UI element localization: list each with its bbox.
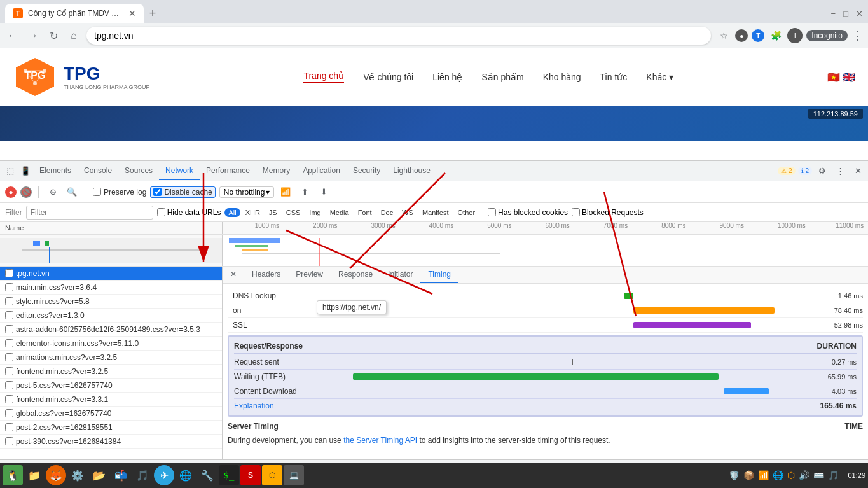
extensions-icon[interactable]: 🧩 (768, 28, 783, 43)
vn-flag[interactable]: 🇻🇳 (827, 71, 840, 83)
has-blocked-cookies-checkbox[interactable] (488, 208, 496, 216)
nav-san-pham[interactable]: Sản phẩm (481, 72, 523, 82)
filter-other[interactable]: Other (454, 208, 479, 217)
tab-preview[interactable]: Preview (288, 267, 331, 283)
hide-data-urls-checkbox[interactable] (157, 208, 165, 216)
tab-close-button[interactable]: ✕ (128, 8, 136, 18)
extension-icon2[interactable]: T (752, 29, 764, 42)
request-row-frontend2[interactable]: frontend.min.css?ver=3.3.1 (0, 393, 222, 407)
close-icon[interactable]: ✕ (856, 9, 863, 18)
network-conditions-icon[interactable]: 📶 (278, 185, 293, 200)
home-button[interactable]: ⌂ (66, 28, 81, 43)
nav-kho-hang[interactable]: Kho hàng (543, 72, 581, 82)
maximize-icon[interactable]: □ (843, 9, 848, 18)
request-row-editor[interactable]: editor.css?ver=1.3.0 (0, 309, 222, 323)
request-row-main-css[interactable]: main.min.css?ver=3.6.4 (0, 281, 222, 295)
request-checkbox-animations[interactable] (5, 353, 13, 361)
taskbar-network-icon[interactable]: 🌐 (773, 470, 783, 480)
settings-icon[interactable]: ⚙ (815, 164, 830, 179)
devtools-menu-icon[interactable]: ⋮ (832, 164, 848, 179)
taskbar-dropbox-icon[interactable]: 📦 (743, 470, 754, 480)
blocked-requests-label[interactable]: Blocked Requests (572, 208, 644, 217)
device-toolbar-icon[interactable]: 📱 (18, 164, 33, 179)
filter-manifest[interactable]: Manifest (418, 208, 453, 217)
request-row-post5[interactable]: post-5.css?ver=1626757740 (0, 379, 222, 393)
taskbar-note-icon[interactable]: 🎵 (828, 470, 839, 480)
tab-response[interactable]: Response (331, 267, 380, 283)
taskbar-app1-icon[interactable]: S (240, 465, 261, 485)
taskbar-folder-icon[interactable]: 📂 (89, 465, 109, 485)
request-checkbox-post2[interactable] (5, 423, 13, 431)
filter-js[interactable]: JS (265, 208, 281, 217)
browser-tab[interactable]: T Công ty Cổ phần TMDV Thăng L... ✕ (5, 4, 144, 23)
taskbar-chrome-icon[interactable]: 🌐 (176, 465, 196, 485)
search-icon[interactable]: 🔍 (64, 185, 79, 200)
tab-network[interactable]: Network (159, 162, 200, 180)
request-checkbox-main[interactable] (5, 283, 13, 291)
tab-security[interactable]: Security (347, 162, 387, 180)
preserve-log-checkbox[interactable] (93, 188, 101, 196)
request-checkbox-editor[interactable] (5, 311, 13, 319)
disable-cache-checkbox[interactable] (153, 188, 162, 196)
back-button[interactable]: ← (5, 28, 20, 43)
new-tab-button[interactable]: + (144, 4, 162, 22)
taskbar-telegram-icon[interactable]: ✈ (154, 465, 174, 485)
request-row-style[interactable]: style.min.css?ver=5.8 (0, 295, 222, 309)
request-checkbox-style[interactable] (5, 297, 13, 305)
taskbar-app3-icon[interactable]: 💻 (284, 465, 304, 485)
request-checkbox-frontend2[interactable] (5, 395, 13, 403)
request-checkbox-astra[interactable] (5, 325, 13, 333)
filter-all[interactable]: All (224, 208, 240, 217)
throttling-dropdown[interactable]: No throttling ▾ (219, 186, 275, 198)
request-row-global[interactable]: global.css?ver=1626757740 (0, 407, 222, 421)
request-row-elementor[interactable]: elementor-icons.min.css?ver=5.11.0 (0, 337, 222, 351)
tab-performance[interactable]: Performance (200, 162, 256, 180)
extension-icon1[interactable]: ● (735, 29, 748, 42)
clear-button[interactable]: 🚫 (20, 186, 32, 198)
explanation-link[interactable]: Explanation (234, 401, 274, 410)
request-row-post2[interactable]: post-2.css?ver=1628158551 (0, 421, 222, 435)
en-flag[interactable]: 🇬🇧 (843, 71, 855, 83)
request-checkbox-tpg[interactable] (5, 269, 13, 277)
tab-lighthouse[interactable]: Lighthouse (387, 162, 437, 180)
request-checkbox-elementor[interactable] (5, 339, 13, 347)
taskbar-bluetooth-icon[interactable]: 📶 (758, 470, 769, 480)
taskbar-firefox-icon[interactable]: 🦊 (46, 465, 66, 485)
request-row-post390[interactable]: post-390.css?ver=1626841384 (0, 435, 222, 449)
nav-ve-chung-toi[interactable]: Về chúng tôi (363, 72, 413, 82)
request-row-animations[interactable]: animations.min.css?ver=3.2.5 (0, 351, 222, 365)
url-input[interactable] (86, 27, 711, 45)
filter-media[interactable]: Media (326, 208, 353, 217)
taskbar-app2-icon[interactable]: ⬡ (262, 465, 282, 485)
nav-khac[interactable]: Khác ▾ (646, 72, 673, 82)
filter-icon[interactable]: ⊕ (45, 185, 60, 200)
server-timing-api-link[interactable]: the Server Timing API (343, 436, 417, 445)
tab-headers[interactable]: Headers (244, 267, 288, 283)
taskbar-keyboard-icon[interactable]: ⌨️ (813, 470, 824, 480)
nav-tin-tuc[interactable]: Tin tức (600, 72, 628, 82)
preserve-log-label[interactable]: Preserve log (93, 188, 146, 197)
request-row-astra[interactable]: astra-addon-60f25756dc12f6-25091489.css?… (0, 323, 222, 337)
incognito-button[interactable]: Incognito (806, 30, 848, 41)
taskbar-script-icon[interactable]: ⬡ (787, 470, 795, 480)
forward-button[interactable]: → (25, 28, 41, 43)
tab-initiator[interactable]: Initiator (380, 267, 420, 283)
filter-doc[interactable]: Doc (377, 208, 397, 217)
taskbar-music-icon[interactable]: 🎵 (132, 465, 153, 485)
request-checkbox-post390[interactable] (5, 437, 13, 445)
blocked-requests-checkbox[interactable] (572, 208, 580, 216)
filter-font[interactable]: Font (354, 208, 376, 217)
taskbar-audio-icon[interactable]: 🔊 (799, 470, 809, 480)
menu-button[interactable]: ⋮ (851, 29, 863, 43)
devtools-close-icon[interactable]: ✕ (850, 164, 865, 179)
hide-data-urls-label[interactable]: Hide data URLs (157, 208, 221, 217)
request-checkbox-post5[interactable] (5, 381, 13, 389)
tab-memory[interactable]: Memory (256, 162, 296, 180)
tab-elements[interactable]: Elements (33, 162, 78, 180)
export-icon[interactable]: ⬇ (316, 185, 331, 200)
filter-img[interactable]: Img (305, 208, 324, 217)
bookmark-icon[interactable]: ☆ (716, 28, 731, 43)
inspect-element-icon[interactable]: ⬚ (3, 164, 18, 179)
tab-sources[interactable]: Sources (118, 162, 159, 180)
has-blocked-cookies-label[interactable]: Has blocked cookies (488, 208, 568, 217)
